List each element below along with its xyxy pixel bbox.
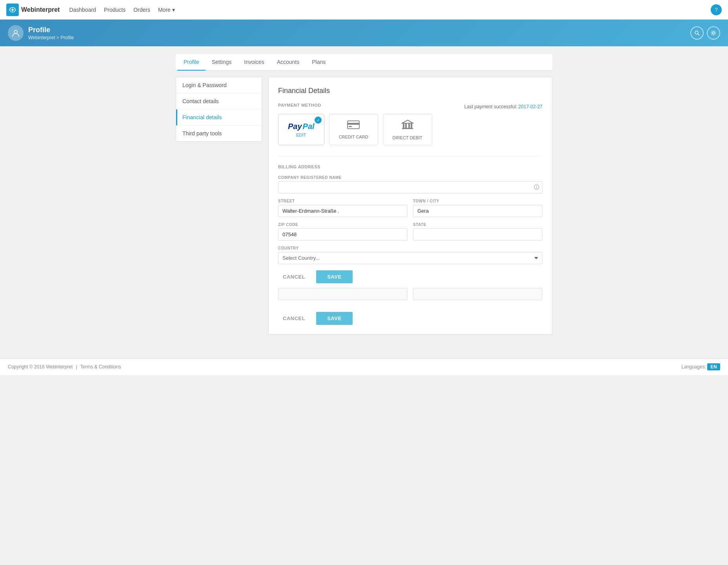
paypal-logo: Pay Pal (288, 122, 315, 131)
credit-card-icon (347, 120, 360, 132)
street-input[interactable] (278, 205, 408, 217)
content-card: Financial Details PAYMENT METHOD Last pa… (268, 77, 552, 335)
profile-header-right (690, 26, 720, 40)
svg-rect-7 (349, 126, 352, 127)
payment-option-direct-debit[interactable]: DIRECT DEBIT (383, 114, 432, 145)
sidebar: Login & Password Contact details Financi… (176, 77, 262, 335)
last-payment-info: Last payment successful: 2017-02-27 (464, 104, 542, 109)
zip-input[interactable] (278, 228, 408, 241)
footer-language: Languages: EN (681, 364, 720, 370)
form-actions-2: CANCEL SAVE (278, 312, 542, 325)
svg-point-16 (536, 185, 537, 186)
bank-icon (401, 119, 414, 133)
header-settings-button[interactable] (707, 26, 720, 40)
help-button[interactable]: ? (711, 4, 722, 15)
extra-input-2[interactable] (413, 288, 542, 300)
country-select[interactable]: Select Country... Germany United Kingdom… (278, 252, 542, 264)
svg-rect-11 (408, 123, 410, 128)
street-town-row: STREET TOWN / CITY (278, 199, 542, 222)
svg-rect-13 (402, 128, 413, 129)
sidebar-item-login-password[interactable]: Login & Password (176, 77, 262, 93)
state-label: STATE (413, 222, 542, 227)
tab-invoices[interactable]: Invoices (238, 54, 270, 71)
more-dropdown-icon: ▾ (172, 7, 175, 13)
company-name-label: COMPANY REGISTERED NAME (278, 175, 542, 180)
payment-method-label: PAYMENT METHOD (278, 103, 321, 108)
svg-rect-6 (348, 123, 359, 125)
footer-links: Copyright © 2016 Webinterpret | Terms & … (8, 364, 121, 370)
company-info-icon (534, 184, 539, 191)
logo[interactable]: Webinterpret (6, 4, 60, 16)
payment-option-paypal[interactable]: ✓ Pay Pal EDIT (278, 114, 324, 145)
form-group-country: COUNTRY Select Country... Germany United… (278, 246, 542, 264)
divider (278, 156, 542, 157)
nav-links: Dashboard Products Orders More ▾ (69, 5, 711, 15)
town-label: TOWN / CITY (413, 199, 542, 203)
town-input[interactable] (413, 205, 542, 217)
content-area: Profile Settings Invoices Accounts Plans… (168, 46, 560, 343)
payment-option-credit-card[interactable]: CREDIT CARD (329, 114, 378, 145)
billing-section: BILLING ADDRESS COMPANY REGISTERED NAME (278, 164, 542, 325)
form-group-town: TOWN / CITY (413, 199, 542, 217)
nav-orders[interactable]: Orders (133, 5, 150, 15)
cancel-button-1[interactable]: CANCEL (278, 271, 310, 283)
country-label: COUNTRY (278, 246, 542, 250)
extra-input-1[interactable] (278, 288, 408, 300)
extra-field-1 (278, 288, 408, 300)
svg-point-1 (14, 30, 17, 33)
logo-icon (6, 4, 19, 16)
sidebar-item-financial-details[interactable]: Financial details (176, 109, 262, 126)
svg-point-4 (713, 32, 715, 34)
company-name-input[interactable] (278, 181, 542, 193)
billing-address-label: BILLING ADDRESS (278, 164, 542, 169)
nav-products[interactable]: Products (104, 5, 126, 15)
payment-options: ✓ Pay Pal EDIT (278, 114, 542, 145)
svg-rect-12 (411, 123, 412, 128)
credit-card-label: CREDIT CARD (339, 135, 368, 139)
svg-rect-10 (405, 123, 407, 128)
tabs: Profile Settings Invoices Accounts Plans (176, 54, 552, 71)
extra-field-2 (413, 288, 542, 300)
save-button-1[interactable]: SAVE (316, 270, 352, 283)
svg-rect-9 (403, 123, 404, 128)
paypal-selected-badge: ✓ (315, 117, 322, 124)
cancel-button-2[interactable]: CANCEL (278, 312, 310, 324)
header-search-button[interactable] (690, 26, 704, 40)
main-content: Financial Details PAYMENT METHOD Last pa… (268, 77, 552, 335)
nav-more[interactable]: More ▾ (158, 5, 175, 15)
form-group-state: STATE (413, 222, 542, 241)
svg-marker-8 (402, 120, 413, 123)
extra-fields (278, 288, 542, 306)
sidebar-item-third-party-tools[interactable]: Third party tools (176, 126, 262, 141)
form-actions-1: CANCEL SAVE (278, 270, 542, 283)
footer-copyright: Copyright © 2016 Webinterpret (8, 364, 73, 370)
direct-debit-label: DIRECT DEBIT (393, 135, 422, 140)
tab-profile[interactable]: Profile (177, 54, 206, 71)
sidebar-item-contact-details[interactable]: Contact details (176, 93, 262, 109)
zip-state-row: ZIP CODE STATE (278, 222, 542, 246)
paypal-edit-label[interactable]: EDIT (296, 133, 306, 137)
svg-line-3 (698, 34, 699, 35)
payment-info-row: PAYMENT METHOD Last payment successful: … (278, 103, 542, 111)
save-button-2[interactable]: SAVE (316, 312, 352, 325)
profile-header-left: Profile Webinterpret > Profile (8, 25, 74, 41)
tab-plans[interactable]: Plans (306, 54, 332, 71)
profile-title: Profile (28, 26, 74, 34)
tab-settings[interactable]: Settings (206, 54, 238, 71)
tab-accounts[interactable]: Accounts (271, 54, 306, 71)
footer: Copyright © 2016 Webinterpret | Terms & … (0, 358, 728, 375)
footer-separator: | (76, 364, 77, 370)
street-label: STREET (278, 199, 408, 203)
nav-right: ? (711, 4, 722, 15)
last-payment-date: 2017-02-27 (519, 104, 542, 109)
main-layout: Login & Password Contact details Financi… (176, 71, 552, 335)
sidebar-menu: Login & Password Contact details Financi… (176, 77, 262, 142)
profile-info: Profile Webinterpret > Profile (28, 26, 74, 40)
logo-text: Webinterpret (21, 6, 60, 13)
avatar (8, 25, 24, 41)
section-title: Financial Details (278, 87, 542, 95)
nav-dashboard[interactable]: Dashboard (69, 5, 96, 15)
profile-header: Profile Webinterpret > Profile (0, 20, 728, 46)
footer-terms[interactable]: Terms & Conditions (80, 364, 121, 370)
state-input[interactable] (413, 228, 542, 241)
